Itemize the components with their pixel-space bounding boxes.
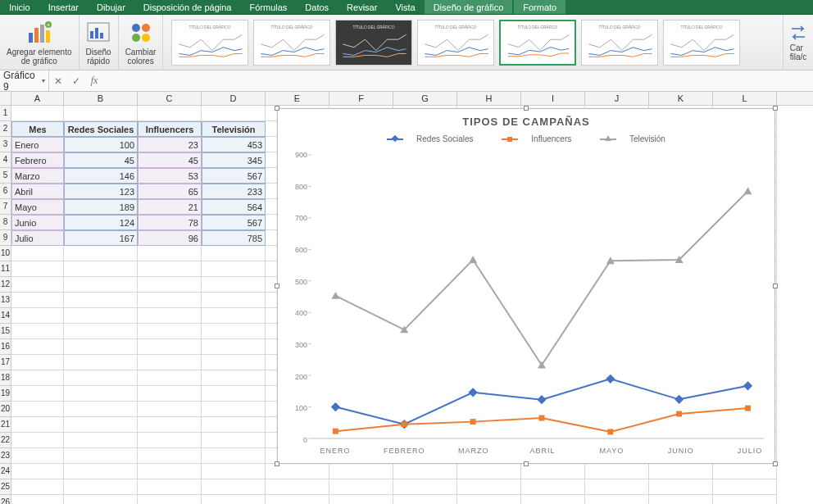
ribbon-tab[interactable]: Insertar	[39, 0, 88, 14]
cell[interactable]	[393, 464, 457, 479]
chart-style-thumb[interactable]: TÍTULO DEL GRÁFICO	[417, 20, 494, 66]
resize-handle[interactable]	[773, 284, 778, 288]
resize-handle[interactable]	[275, 461, 279, 466]
row-header[interactable]: 10	[0, 246, 11, 261]
formula-input[interactable]	[103, 79, 813, 83]
cell[interactable]	[202, 479, 266, 495]
cell[interactable]	[202, 293, 266, 308]
cell[interactable]	[11, 293, 64, 308]
cell[interactable]: 53	[138, 168, 202, 184]
row-header[interactable]: 19	[0, 386, 11, 402]
row-header[interactable]: 14	[0, 308, 11, 324]
column-header[interactable]: L	[713, 92, 777, 105]
cell[interactable]	[457, 479, 521, 495]
cell[interactable]	[138, 261, 202, 277]
cell[interactable]	[64, 464, 138, 479]
ribbon-tab[interactable]: Datos	[296, 0, 338, 14]
ribbon-tab[interactable]: Disposición de página	[134, 0, 241, 14]
cell[interactable]	[329, 495, 393, 504]
cell[interactable]	[266, 479, 329, 495]
legend-item[interactable]: Televisión	[593, 134, 672, 143]
cell[interactable]	[64, 479, 138, 495]
column-header[interactable]: E	[266, 92, 329, 105]
cell[interactable]: Televisión	[202, 121, 266, 137]
cell[interactable]	[64, 448, 138, 464]
cell[interactable]	[585, 464, 649, 479]
cell[interactable]	[138, 246, 202, 261]
cell[interactable]	[329, 479, 393, 495]
cell[interactable]	[64, 370, 138, 386]
cell[interactable]: 785	[202, 230, 266, 246]
cell[interactable]	[11, 495, 64, 504]
cell[interactable]	[64, 261, 138, 277]
column-header[interactable]: H	[457, 92, 521, 105]
cell[interactable]	[202, 417, 266, 433]
cell[interactable]	[64, 417, 138, 433]
cell[interactable]	[649, 479, 713, 495]
cell[interactable]	[457, 464, 521, 479]
cell[interactable]: Mayo	[11, 199, 64, 215]
column-header[interactable]: C	[138, 92, 202, 105]
cell[interactable]	[202, 448, 266, 464]
cell[interactable]	[138, 308, 202, 324]
ribbon-tab[interactable]: Vista	[386, 0, 424, 14]
column-header[interactable]: I	[521, 92, 585, 105]
cell[interactable]	[266, 495, 329, 504]
cell[interactable]	[138, 324, 202, 339]
row-header[interactable]: 20	[0, 402, 11, 417]
cell[interactable]: 21	[138, 199, 202, 215]
cell[interactable]	[202, 106, 266, 121]
cell[interactable]	[11, 386, 64, 402]
cell[interactable]: 45	[64, 152, 138, 168]
row-header[interactable]: 17	[0, 355, 11, 370]
cell[interactable]	[138, 386, 202, 402]
cell[interactable]: 167	[64, 230, 138, 246]
insert-function-button[interactable]: fx	[85, 75, 103, 87]
row-header[interactable]: 25	[0, 479, 11, 495]
cell[interactable]	[521, 464, 585, 479]
cell[interactable]: 564	[202, 199, 266, 215]
row-header[interactable]: 2	[0, 121, 11, 137]
cell[interactable]	[11, 355, 64, 370]
cell[interactable]: Redes Sociales	[64, 121, 138, 137]
quick-layout-button[interactable]: Diseñorápido	[79, 15, 119, 70]
accept-formula-button[interactable]: ✓	[67, 75, 85, 87]
chart-legend[interactable]: Redes Sociales Influencers Televisión	[278, 128, 774, 147]
legend-item[interactable]: Redes Sociales	[380, 134, 479, 143]
cell[interactable]	[11, 402, 64, 417]
cell[interactable]	[202, 277, 266, 293]
cell[interactable]: 567	[202, 215, 266, 230]
cell[interactable]	[11, 433, 64, 448]
cell[interactable]: Enero	[11, 137, 64, 152]
name-box[interactable]: Gráfico 9 ▾	[0, 68, 49, 94]
cell[interactable]	[585, 495, 649, 504]
cell[interactable]	[138, 355, 202, 370]
cell[interactable]	[585, 479, 649, 495]
cell[interactable]	[202, 246, 266, 261]
cell[interactable]	[138, 448, 202, 464]
cell[interactable]: 189	[64, 199, 138, 215]
cell[interactable]	[649, 464, 713, 479]
cell[interactable]	[64, 402, 138, 417]
column-header[interactable]: J	[585, 92, 649, 105]
cell[interactable]	[202, 324, 266, 339]
cell[interactable]	[11, 106, 64, 121]
cell[interactable]	[11, 464, 64, 479]
select-all-corner[interactable]	[0, 92, 11, 105]
cell[interactable]	[11, 370, 64, 386]
cell[interactable]	[11, 339, 64, 355]
cell[interactable]	[138, 370, 202, 386]
cell[interactable]	[713, 479, 777, 495]
resize-handle[interactable]	[275, 106, 279, 111]
chart-style-thumb[interactable]: TÍTULO DEL GRÁFICO	[171, 20, 248, 66]
cell[interactable]	[393, 495, 457, 504]
row-header[interactable]: 11	[0, 261, 11, 277]
cell[interactable]: Julio	[11, 230, 64, 246]
chart-style-thumb[interactable]: TÍTULO DEL GRÁFICO	[581, 20, 658, 66]
cell[interactable]	[11, 417, 64, 433]
column-header[interactable]: A	[11, 92, 64, 105]
cell[interactable]	[138, 495, 202, 504]
cell[interactable]: 453	[202, 137, 266, 152]
cell[interactable]	[138, 339, 202, 355]
cell[interactable]	[11, 479, 64, 495]
